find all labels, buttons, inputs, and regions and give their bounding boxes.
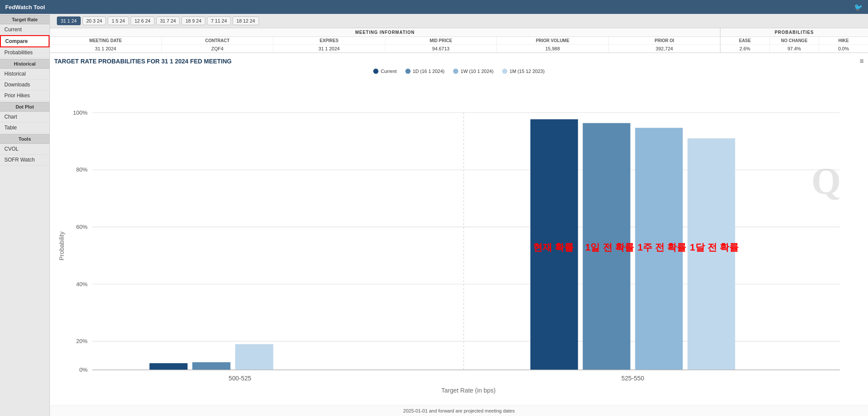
val-mid-price: 94.6713 xyxy=(385,45,497,53)
legend-label-1d: 1D (16 1 2024) xyxy=(413,69,444,74)
val-contract: ZQF4 xyxy=(162,45,274,53)
chart-svg: 100% 80% 60% 40% 20% 0% xyxy=(54,77,864,405)
col-no-change: NO CHANGE xyxy=(770,37,819,45)
prob-columns: EASE NO CHANGE HIKE xyxy=(720,37,868,45)
sidebar-item-current[interactable]: Current xyxy=(0,24,49,35)
legend-dot-current xyxy=(373,69,378,74)
sidebar-item-chart[interactable]: Chart xyxy=(0,112,49,122)
val-expires: 31 1 2024 xyxy=(273,45,385,53)
legend-current: Current xyxy=(373,69,397,74)
col-ease: EASE xyxy=(720,37,770,45)
legend-1d: 1D (16 1 2024) xyxy=(405,69,444,74)
tab-12-6-24[interactable]: 12 6 24 xyxy=(131,17,155,25)
bar-500525-1d xyxy=(192,362,230,370)
svg-text:40%: 40% xyxy=(76,281,88,287)
val-ease: 2.6% xyxy=(720,45,770,53)
sidebar-item-table[interactable]: Table xyxy=(0,122,49,133)
legend-1w: 1W (10 1 2024) xyxy=(453,69,493,74)
svg-text:Q: Q xyxy=(811,160,841,202)
svg-text:1주 전 확률: 1주 전 확률 xyxy=(638,242,686,253)
val-meeting-date: 31 1 2024 xyxy=(50,45,162,53)
sidebar-section-tools: Tools xyxy=(0,134,49,144)
val-prior-oi: 392,724 xyxy=(609,45,720,53)
svg-text:Target Rate (in bps): Target Rate (in bps) xyxy=(441,387,496,394)
col-contract: CONTRACT xyxy=(162,37,274,45)
probabilities-header: PROBABILITIES xyxy=(720,28,868,37)
legend-dot-1d xyxy=(405,69,411,74)
sidebar-section-historical: Historical xyxy=(0,59,49,69)
layout: Target Rate Current Compare Probabilitie… xyxy=(0,14,868,416)
svg-text:100%: 100% xyxy=(73,109,88,116)
meeting-info-columns: MEETING DATE CONTRACT EXPIRES MID PRICE … xyxy=(50,37,720,45)
legend-label-1m: 1M (15 12 2023) xyxy=(510,69,545,74)
chart-footer: 2025-01-01 and forward are projected mee… xyxy=(50,405,868,416)
legend-1m: 1M (15 12 2023) xyxy=(502,69,545,74)
tab-7-11-24[interactable]: 7 11 24 xyxy=(207,17,231,25)
col-prior-oi: PRIOR OI xyxy=(609,37,720,45)
topbar: FedWatch Tool 🐦 xyxy=(0,0,868,14)
tabs-row: 31 1 24 20 3 24 1 5 24 12 6 24 31 7 24 1… xyxy=(50,14,868,28)
svg-text:20%: 20% xyxy=(76,338,88,344)
svg-text:500-525: 500-525 xyxy=(229,375,251,382)
sidebar-item-cvol[interactable]: CVOL xyxy=(0,144,49,155)
chart-title: TARGET RATE PROBABILITIES FOR 31 1 2024 … xyxy=(54,58,232,65)
twitter-icon[interactable]: 🐦 xyxy=(854,3,863,11)
sidebar-item-historical[interactable]: Historical xyxy=(0,69,49,79)
svg-text:60%: 60% xyxy=(76,224,88,230)
col-mid-price: MID PRICE xyxy=(385,37,497,45)
svg-text:80%: 80% xyxy=(76,166,88,173)
legend-dot-1m xyxy=(502,69,507,74)
svg-text:0%: 0% xyxy=(79,366,88,373)
chart-svg-wrapper: 100% 80% 60% 40% 20% 0% xyxy=(54,77,864,405)
sidebar-item-prior-hikes[interactable]: Prior Hikes xyxy=(0,90,49,101)
sidebar-item-probabilities[interactable]: Probabilities xyxy=(0,47,49,58)
chart-title-row: TARGET RATE PROBABILITIES FOR 31 1 2024 … xyxy=(54,57,864,65)
probabilities-section: PROBABILITIES EASE NO CHANGE HIKE 2.6% 9… xyxy=(720,28,868,53)
bar-500525-current xyxy=(149,363,187,370)
bar-500525-1m xyxy=(235,344,273,370)
col-prior-volume: PRIOR VOLUME xyxy=(497,37,609,45)
val-hike: 0.0% xyxy=(819,45,868,53)
tab-31-1-24[interactable]: 31 1 24 xyxy=(57,17,81,25)
prob-values: 2.6% 97.4% 0.0% xyxy=(720,45,868,53)
meeting-info-header: MEETING INFORMATION xyxy=(50,28,720,37)
chart-menu-icon[interactable]: ≡ xyxy=(860,57,864,65)
chart-area: TARGET RATE PROBABILITIES FOR 31 1 2024 … xyxy=(50,53,868,416)
svg-text:현재 확률: 현재 확률 xyxy=(533,242,574,253)
sidebar-item-sofr-watch[interactable]: SOFR Watch xyxy=(0,155,49,165)
col-hike: HIKE xyxy=(819,37,868,45)
meeting-info: MEETING INFORMATION MEETING DATE CONTRAC… xyxy=(50,28,720,53)
svg-text:1일 전 확률: 1일 전 확률 xyxy=(585,242,634,253)
tab-1-5-24[interactable]: 1 5 24 xyxy=(108,17,129,25)
info-section: MEETING INFORMATION MEETING DATE CONTRAC… xyxy=(50,28,868,53)
sidebar-item-compare[interactable]: Compare xyxy=(0,35,49,47)
meeting-info-values: 31 1 2024 ZQF4 31 1 2024 94.6713 15,988 … xyxy=(50,45,720,53)
sidebar-section-dot-plot: Dot Plot xyxy=(0,102,49,112)
tab-18-12-24[interactable]: 18 12 24 xyxy=(233,17,259,25)
legend-label-current: Current xyxy=(381,69,397,74)
legend-dot-1w xyxy=(453,69,458,74)
tab-20-3-24[interactable]: 20 3 24 xyxy=(82,17,106,25)
main-content: 31 1 24 20 3 24 1 5 24 12 6 24 31 7 24 1… xyxy=(50,14,868,416)
bar-525550-1m xyxy=(687,139,735,370)
val-no-change: 97.4% xyxy=(770,45,819,53)
col-expires: EXPIRES xyxy=(273,37,385,45)
app-title: FedWatch Tool xyxy=(5,4,45,10)
val-prior-volume: 15,988 xyxy=(497,45,609,53)
chart-legend: Current 1D (16 1 2024) 1W (10 1 2024) 1M… xyxy=(54,69,864,74)
tab-31-7-24[interactable]: 31 7 24 xyxy=(156,17,180,25)
svg-text:1달 전 확률: 1달 전 확률 xyxy=(690,242,739,253)
svg-text:Probability: Probability xyxy=(58,231,65,260)
sidebar-section-target-rate: Target Rate xyxy=(0,15,49,24)
svg-text:525-550: 525-550 xyxy=(621,375,644,382)
col-meeting-date: MEETING DATE xyxy=(50,37,162,45)
sidebar-item-downloads[interactable]: Downloads xyxy=(0,79,49,90)
legend-label-1w: 1W (10 1 2024) xyxy=(460,69,493,74)
tab-18-9-24[interactable]: 18 9 24 xyxy=(181,17,205,25)
sidebar: Target Rate Current Compare Probabilitie… xyxy=(0,14,50,416)
